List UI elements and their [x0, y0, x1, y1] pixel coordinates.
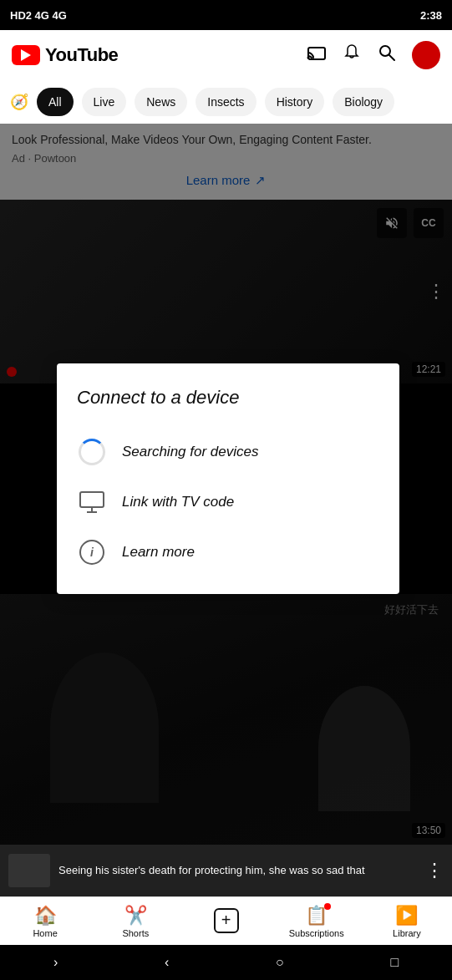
youtube-header: YouTube — [0, 30, 452, 80]
search-icon[interactable] — [377, 43, 397, 68]
chip-live[interactable]: Live — [82, 88, 127, 116]
mini-player[interactable]: Seeing his sister's death for protecting… — [0, 845, 452, 896]
bottom-nav: 🏠 Home ✂️ Shorts + 📋 Subscriptions ▶️ Li… — [0, 896, 452, 945]
header-actions — [307, 41, 440, 69]
modal-learn-more-item[interactable]: i Learn more — [77, 527, 379, 577]
svg-rect-4 — [80, 492, 104, 507]
chip-insects[interactable]: Insects — [196, 88, 256, 116]
tv-icon — [77, 487, 107, 517]
svg-point-1 — [307, 57, 310, 59]
library-icon: ▶️ — [395, 905, 418, 927]
youtube-logo[interactable]: YouTube — [12, 44, 118, 66]
nav-shorts-label: Shorts — [122, 928, 149, 938]
cast-icon[interactable] — [307, 43, 327, 68]
subscriptions-icon-wrapper: 📋 — [305, 905, 328, 927]
add-icon: + — [214, 908, 239, 933]
nav-shorts[interactable]: ✂️ Shorts — [90, 905, 180, 938]
connect-device-modal: Connect to a device Searching for device… — [57, 363, 399, 594]
mini-player-more-button[interactable]: ⋮ — [425, 860, 444, 881]
svg-line-3 — [389, 55, 394, 60]
status-network: HD2 4G 4G — [10, 9, 67, 22]
nav-home[interactable]: 🏠 Home — [0, 905, 90, 938]
status-left: HD2 4G 4G — [10, 9, 67, 22]
spinner-icon — [77, 437, 107, 467]
status-right: 2:38 — [420, 9, 442, 22]
notifications-icon[interactable] — [342, 43, 362, 68]
explore-icon[interactable]: 🧭 — [10, 93, 28, 111]
user-avatar[interactable] — [412, 41, 440, 69]
modal-title: Connect to a device — [77, 387, 379, 409]
android-back-button[interactable]: ‹ — [165, 955, 169, 970]
chip-all[interactable]: All — [37, 88, 74, 116]
nav-home-label: Home — [33, 928, 57, 938]
info-icon: i — [77, 537, 107, 567]
android-home-button[interactable]: ○ — [276, 955, 284, 970]
nav-library-label: Library — [393, 928, 421, 938]
subscription-badge — [324, 903, 331, 910]
home-icon: 🏠 — [34, 905, 57, 927]
youtube-logo-icon — [12, 45, 40, 65]
nav-create[interactable]: + — [180, 908, 271, 935]
chip-history[interactable]: History — [265, 88, 325, 116]
nav-subscriptions-label: Subscriptions — [289, 928, 344, 938]
chip-news[interactable]: News — [135, 88, 187, 116]
chip-biology[interactable]: Biology — [333, 88, 394, 116]
status-time: 2:38 — [420, 9, 442, 22]
tv-code-label: Link with TV code — [122, 494, 234, 510]
nav-library[interactable]: ▶️ Library — [362, 905, 452, 938]
mini-player-title: Seeing his sister's death for protecting… — [58, 864, 417, 878]
svg-point-2 — [380, 46, 390, 56]
tv-code-item[interactable]: Link with TV code — [77, 477, 379, 527]
modal-learn-more-label: Learn more — [122, 544, 195, 561]
search-devices-label: Searching for devices — [122, 444, 258, 460]
nav-subscriptions[interactable]: 📋 Subscriptions — [272, 905, 362, 938]
status-bar: HD2 4G 4G 2:38 — [0, 0, 452, 30]
android-recents-button[interactable]: □ — [390, 955, 399, 970]
android-nav: › ‹ ○ □ — [0, 945, 452, 980]
search-devices-item[interactable]: Searching for devices — [77, 427, 379, 477]
category-bar: 🧭 All Live News Insects History Biology — [0, 80, 452, 124]
android-chevron-down[interactable]: › — [53, 955, 58, 970]
youtube-logo-text: YouTube — [45, 44, 118, 66]
shorts-icon: ✂️ — [124, 905, 147, 927]
mini-player-thumbnail — [8, 854, 50, 887]
